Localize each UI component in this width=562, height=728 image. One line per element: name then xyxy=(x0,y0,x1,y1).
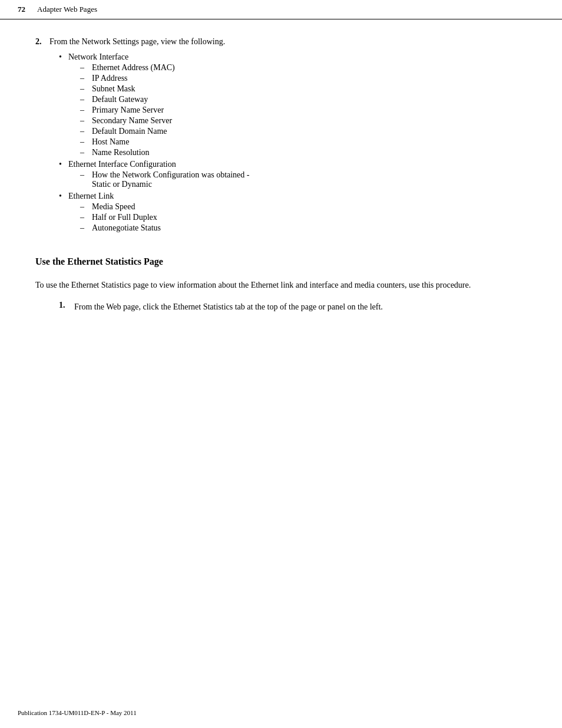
sub-media-speed: Media Speed xyxy=(80,202,527,212)
sub-default-domain-name: Default Domain Name xyxy=(80,127,527,136)
sub-ip-address: IP Address xyxy=(80,74,527,83)
step-1: 1. From the Web page, click the Ethernet… xyxy=(59,301,527,313)
sub-autonegotiate-status: Autonegotiate Status xyxy=(80,223,527,233)
bullet-network-interface: Network Interface Ethernet Address (MAC)… xyxy=(59,52,527,157)
sub-host-name: Host Name xyxy=(80,137,527,147)
main-content: 2. From the Network Settings page, view … xyxy=(0,19,562,346)
ethernet-interface-sublist: How the Network Configuration was obtain… xyxy=(80,170,527,189)
bullet-network-interface-label: Network Interface xyxy=(68,52,128,61)
sub-ethernet-address: Ethernet Address (MAC) xyxy=(80,63,527,73)
step-1-text: From the Web page, click the Ethernet St… xyxy=(74,301,527,313)
sub-secondary-name-server: Secondary Name Server xyxy=(80,116,527,126)
sub-how-network-config: How the Network Configuration was obtain… xyxy=(80,170,527,189)
sub-subnet-mask: Subnet Mask xyxy=(80,84,527,94)
sub-name-resolution: Name Resolution xyxy=(80,148,527,157)
bullet-ethernet-link-label: Ethernet Link xyxy=(68,192,114,200)
ethernet-link-sublist: Media Speed Half or Full Duplex Autonego… xyxy=(80,202,527,233)
network-interface-sublist: Ethernet Address (MAC) IP Address Subnet… xyxy=(80,63,527,157)
section-heading: Use the Ethernet Statistics Page xyxy=(35,256,527,267)
step-2-intro: 2. From the Network Settings page, view … xyxy=(35,37,527,47)
footer: Publication 1734-UM011D-EN-P - May 2011 xyxy=(18,709,137,716)
sub-primary-name-server: Primary Name Server xyxy=(80,106,527,115)
main-bullet-list: Network Interface Ethernet Address (MAC)… xyxy=(59,52,527,233)
page-header: 72 Adapter Web Pages xyxy=(0,0,562,19)
step-2-text: From the Network Settings page, view the… xyxy=(49,37,225,47)
bullet-ethernet-link: Ethernet Link Media Speed Half or Full D… xyxy=(59,192,527,233)
step-2-number: 2. xyxy=(35,37,49,47)
footer-text: Publication 1734-UM011D-EN-P - May 2011 xyxy=(18,709,137,716)
sub-default-gateway: Default Gateway xyxy=(80,95,527,104)
step-1-number: 1. xyxy=(59,301,71,313)
header-title: Adapter Web Pages xyxy=(37,5,97,14)
bullet-ethernet-interface-config: Ethernet Interface Configuration How the… xyxy=(59,160,527,189)
sub-half-full-duplex: Half or Full Duplex xyxy=(80,213,527,222)
page-number: 72 xyxy=(18,5,25,14)
section-paragraph: To use the Ethernet Statistics page to v… xyxy=(35,279,527,291)
bullet-ethernet-interface-label: Ethernet Interface Configuration xyxy=(68,160,176,169)
